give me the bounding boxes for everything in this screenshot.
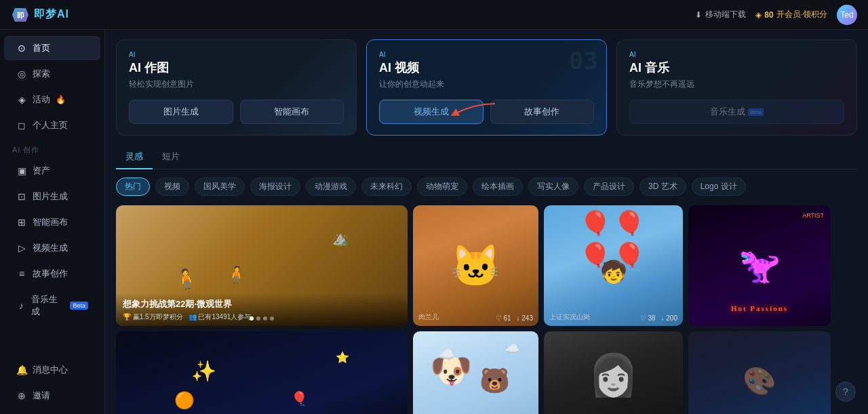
main-item-sub1: 🏆 赢1.5万即梦积分 — [123, 312, 183, 322]
filter-video[interactable]: 视频 — [155, 178, 189, 196]
vip-icon: ◈ — [755, 10, 762, 20]
ai-music-card: AI AI 音乐 音乐梦想不再遥远 音乐生成 Beta — [616, 39, 857, 136]
sidebar-item-profile[interactable]: ◻ 个人主页 — [4, 113, 100, 138]
sidebar-item-invite[interactable]: ⊕ 邀请 — [4, 384, 100, 408]
main-item-title: 想象力挑战第22期·微观世界 — [123, 298, 401, 310]
filter-logo[interactable]: Logo 设计 — [692, 178, 746, 196]
video-gen-button[interactable]: 视频生成 — [379, 100, 484, 124]
profile-icon: ◻ — [16, 120, 27, 131]
sidebar-label-notifications: 消息中心 — [33, 364, 68, 376]
gallery-row-2: ✨ 🎈 ⭐ 🟠 🐶 🐻 ☁️ ☁️ 👩 — [116, 331, 857, 414]
ai-music-title: AI 音乐 — [629, 60, 844, 76]
ai-video-sub: 让你的创意动起来 — [379, 79, 594, 90]
sidebar-label-music-gen: 音乐生成 — [31, 293, 63, 318]
filter-poster[interactable]: 海报设计 — [250, 178, 300, 196]
sidebar-label-profile: 个人主页 — [33, 119, 68, 131]
notifications-icon: 🔔 — [16, 365, 27, 375]
filter-scifi[interactable]: 未来科幻 — [361, 178, 412, 196]
dot-2 — [256, 316, 260, 320]
smart-draw-button[interactable]: 智能画布 — [240, 100, 344, 124]
sidebar-label-video-gen: 视频生成 — [33, 242, 68, 254]
sidebar-item-explore[interactable]: ◎ 探索 — [4, 62, 100, 86]
filter-hot[interactable]: 热门 — [116, 178, 150, 196]
filter-illustration[interactable]: 绘本插画 — [473, 178, 523, 196]
main-item-overlay: 想象力挑战第22期·微观世界 🏆 赢1.5万即梦积分 👥 已有13491人参与 — [116, 293, 408, 326]
gallery-item-portrait[interactable]: 👩 — [544, 331, 683, 414]
vip-credits[interactable]: ◈ 80 开会员·领积分 — [755, 9, 827, 20]
logo[interactable]: 即 即梦AI — [11, 5, 69, 24]
home-icon: ⊙ — [16, 43, 27, 54]
carousel-dots — [250, 316, 274, 320]
filter-animals[interactable]: 动物萌宠 — [417, 178, 467, 196]
invite-icon: ⊕ — [16, 390, 27, 401]
download-icon: ⬇ — [695, 10, 702, 20]
ai-drawing-buttons: 图片生成 智能画布 — [129, 100, 344, 124]
tab-shorts[interactable]: 短片 — [153, 146, 189, 169]
sidebar-label-invite: 邀请 — [33, 390, 50, 402]
story-button[interactable]: 故事创作 — [490, 100, 595, 124]
sidebar-item-story[interactable]: ≡ 故事创作 — [4, 262, 100, 286]
sidebar-label-activity: 活动 — [33, 94, 50, 106]
gallery-row-1: 🧍 🧍 ⛰️ 想象力挑战第22期·微观世界 🏆 赢1.5万即梦积分 👥 已有13… — [116, 205, 857, 326]
filter-product[interactable]: 产品设计 — [584, 178, 634, 196]
sidebar-item-activity[interactable]: ◈ 活动 🔥 — [4, 87, 100, 112]
story-icon: ≡ — [16, 268, 27, 279]
sidebar-label-explore: 探索 — [33, 68, 50, 80]
balloon-stats: ♡ 38 ↓ 200 — [640, 314, 677, 322]
sidebar-item-notifications[interactable]: 🔔 消息中心 — [4, 358, 100, 382]
logo-text: 即梦AI — [34, 7, 69, 22]
activity-icon: ◈ — [16, 94, 27, 105]
ai-music-buttons: 音乐生成 Beta — [629, 100, 844, 124]
gallery-main-item[interactable]: 🧍 🧍 ⛰️ 想象力挑战第22期·微观世界 🏆 赢1.5万即梦积分 👥 已有13… — [116, 205, 408, 326]
main-content: AI AI 作图 轻松实现创意图片 图片生成 智能画布 AI AI 视频 让你的… — [105, 30, 868, 414]
sidebar-item-video-gen[interactable]: ▷ 视频生成 — [4, 236, 100, 260]
sidebar-label-story: 故事创作 — [33, 268, 68, 280]
dot-3 — [263, 316, 267, 320]
gallery-item-dinosaur[interactable]: 🦖 Hot Passions ARTIST — [688, 205, 831, 326]
image-gen-icon: ⊡ — [16, 191, 27, 202]
sidebar-label-home: 首页 — [33, 42, 50, 54]
ai-drawing-title: AI 作图 — [129, 60, 344, 76]
sidebar-item-smart-draw[interactable]: ⊞ 智能画布 — [4, 210, 100, 234]
gallery-item-cat[interactable]: 🐱 肉兰儿 ♡ 61 ↓ 243 — [413, 205, 538, 326]
sidebar-label-smart-draw: 智能画布 — [33, 216, 68, 228]
card-prefix-video: AI — [379, 51, 594, 58]
ai-music-sub: 音乐梦想不再遥远 — [629, 79, 844, 90]
ai-drawing-sub: 轻松实现创意图片 — [129, 79, 344, 90]
gallery-item-dog[interactable]: 🐶 🐻 ☁️ ☁️ — [413, 331, 538, 414]
filter-anime[interactable]: 动漫游戏 — [306, 178, 356, 196]
gallery-item-space[interactable]: ✨ 🎈 ⭐ 🟠 — [116, 331, 408, 414]
sidebar-item-home[interactable]: ⊙ 首页 — [4, 36, 100, 60]
help-button[interactable]: ? — [835, 381, 856, 402]
filter-3d[interactable]: 3D 艺术 — [639, 178, 686, 196]
card-prefix-music: AI — [629, 51, 844, 58]
explore-icon: ◎ — [16, 68, 27, 79]
feature-cards: AI AI 作图 轻松实现创意图片 图片生成 智能画布 AI AI 视频 让你的… — [116, 39, 857, 136]
image-gen-button[interactable]: 图片生成 — [129, 100, 233, 124]
sidebar-item-assets[interactable]: ▣ 资产 — [4, 159, 100, 183]
music-gen-icon: ♪ — [16, 300, 26, 311]
gallery-item-balloon-girl[interactable]: 🎈🎈🎈🎈 🧒 上证实况山岗 ♡ 38 ↓ 200 — [544, 205, 683, 326]
ai-drawing-card: AI AI 作图 轻松实现创意图片 图片生成 智能画布 — [116, 39, 357, 136]
ai-video-buttons: 视频生成 故事创作 — [379, 100, 594, 124]
filter-guofeng[interactable]: 国风美学 — [195, 178, 245, 196]
sidebar-item-music-gen[interactable]: ♪ 音乐生成 Beta — [4, 287, 100, 324]
smart-draw-icon: ⊞ — [16, 217, 27, 228]
gallery-item-extra[interactable]: 🎨 — [688, 331, 831, 414]
tab-inspiration[interactable]: 灵感 — [116, 146, 153, 169]
assets-icon: ▣ — [16, 165, 27, 176]
content-tabs: 灵感 短片 — [116, 146, 857, 169]
card-prefix: AI — [129, 51, 344, 58]
ai-video-card: AI AI 视频 让你的创意动起来 视频生成 故事创作 03 — [366, 39, 607, 136]
download-button[interactable]: ⬇ 移动端下载 — [695, 9, 746, 20]
music-gen-button[interactable]: 音乐生成 Beta — [629, 100, 844, 124]
vip-label: 开会员·领积分 — [776, 9, 827, 20]
dot-1 — [250, 316, 254, 320]
sidebar-section-label: AI 创作 — [0, 138, 104, 158]
filter-tags: 热门 视频 国风美学 海报设计 动漫游戏 未来科幻 动物萌宠 绘本插画 写实人像… — [116, 178, 857, 196]
user-avatar[interactable]: Ted — [837, 5, 857, 25]
main-layout: ⊙ 首页 ◎ 探索 ◈ 活动 🔥 ◻ 个人主页 AI 创作 ▣ 资产 ⊡ 图片生… — [0, 30, 868, 414]
cat-stats: ♡ 61 ↓ 243 — [496, 314, 533, 322]
filter-portrait[interactable]: 写实人像 — [528, 178, 578, 196]
sidebar-item-image-gen[interactable]: ⊡ 图片生成 — [4, 184, 100, 209]
